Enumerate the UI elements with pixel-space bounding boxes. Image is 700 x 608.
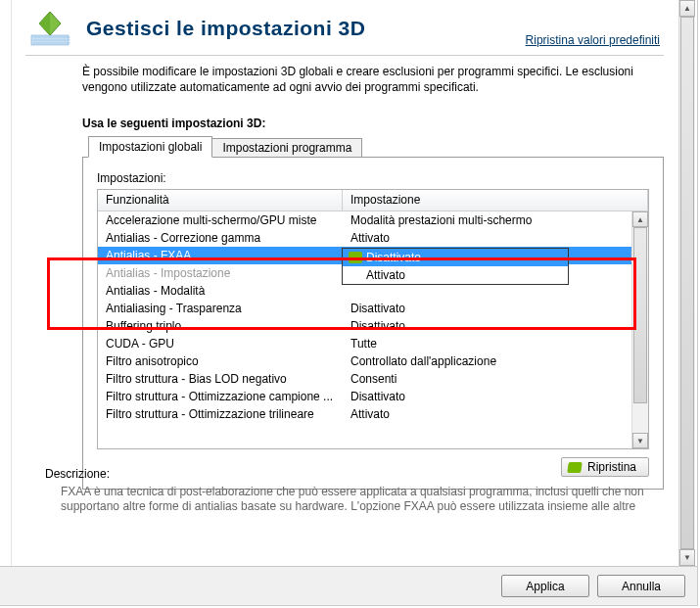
- cell-setting: Attivato: [343, 231, 648, 245]
- cell-feature: CUDA - GPU: [98, 337, 343, 351]
- cell-feature: Antialias - Modalità: [98, 284, 343, 298]
- fxaa-dropdown[interactable]: Disattivato Attivato: [342, 248, 569, 285]
- page-title: Gestisci le impostazioni 3D: [86, 17, 365, 40]
- scroll-up-icon[interactable]: ▲: [632, 211, 648, 227]
- restore-defaults-link[interactable]: Ripristina valori predefiniti: [526, 33, 660, 47]
- cell-setting: Controllato dall'applicazione: [343, 354, 648, 368]
- svg-marker-5: [39, 12, 50, 35]
- dropdown-option-disattivato[interactable]: Disattivato: [343, 249, 568, 266]
- scroll-thumb[interactable]: [680, 17, 694, 549]
- cell-feature: Filtro anisotropico: [98, 354, 343, 368]
- bottom-bar: Applica Annulla: [0, 566, 697, 605]
- table-row[interactable]: Filtro struttura - Bias LOD negativoCons…: [98, 370, 648, 388]
- scroll-down-icon[interactable]: ▼: [632, 433, 648, 448]
- cell-setting: Consenti: [343, 372, 648, 386]
- tab-global[interactable]: Impostazioni globali: [88, 136, 212, 158]
- settings-label: Impostazioni:: [97, 171, 649, 185]
- tab-panel-global: Impostazioni: Funzionalità Impostazione …: [82, 157, 664, 490]
- table-row[interactable]: CUDA - GPUTutte: [98, 335, 648, 352]
- cell-feature: Filtro struttura - Ottimizzazione trilin…: [98, 407, 343, 421]
- description-text: FXAA è una tecnica di post-elaborazione …: [61, 485, 652, 515]
- table-row[interactable]: Accelerazione multi-schermo/GPU misteMod…: [98, 211, 648, 229]
- cell-feature: Antialias - Correzione gamma: [98, 231, 343, 245]
- table-row[interactable]: Filtro anisotropicoControllato dall'appl…: [98, 352, 648, 370]
- col-header-setting[interactable]: Impostazione: [343, 190, 648, 210]
- intro-text: È possibile modificare le impostazioni 3…: [82, 64, 664, 95]
- cell-feature: Filtro struttura - Bias LOD negativo: [98, 372, 343, 386]
- col-header-feature[interactable]: Funzionalità: [98, 190, 343, 210]
- cell-feature: Accelerazione multi-schermo/GPU miste: [98, 213, 343, 227]
- scroll-thumb[interactable]: [633, 227, 647, 403]
- cell-feature: Filtro struttura - Ottimizzazione campio…: [98, 390, 343, 403]
- description-label: Descrizione:: [45, 467, 652, 481]
- table-row[interactable]: Antialiasing - TrasparenzaDisattivato: [98, 300, 648, 317]
- table-row[interactable]: Antialias - Correzione gammaAttivato: [98, 229, 648, 247]
- cancel-button[interactable]: Annulla: [597, 575, 685, 597]
- cell-feature: Buffering triplo: [98, 319, 343, 333]
- apply-button[interactable]: Applica: [501, 575, 589, 597]
- section-title: Usa le seguenti impostazioni 3D:: [82, 117, 664, 130]
- dropdown-option-attivato[interactable]: Attivato: [343, 266, 568, 284]
- table-row[interactable]: Filtro struttura - Ottimizzazione trilin…: [98, 405, 648, 423]
- cell-setting: Disattivato: [343, 390, 648, 403]
- scroll-up-icon[interactable]: ▲: [679, 0, 695, 17]
- nvidia-mark-icon: [349, 252, 362, 263]
- cell-setting: Disattivato: [343, 302, 648, 315]
- cell-feature: Antialias - FXAA: [98, 249, 343, 262]
- scroll-down-icon[interactable]: ▼: [679, 549, 695, 566]
- table-row[interactable]: Buffering triploDisattivato: [98, 317, 648, 335]
- icon-3d-settings: [25, 4, 74, 53]
- cell-feature: Antialias - Impostazione: [98, 266, 343, 280]
- cell-setting: Disattivato: [343, 319, 648, 333]
- panel-scrollbar[interactable]: ▲ ▼: [678, 0, 695, 566]
- cell-setting: Tutte: [343, 337, 648, 351]
- settings-grid: Funzionalità Impostazione Accelerazione …: [97, 189, 649, 449]
- cell-feature: Antialiasing - Trasparenza: [98, 302, 343, 315]
- tab-program[interactable]: Impostazioni programma: [211, 138, 362, 158]
- cell-setting: Modalità prestazioni multi-schermo: [343, 213, 648, 227]
- cell-setting: Attivato: [343, 407, 648, 421]
- grid-scrollbar[interactable]: ▲ ▼: [631, 211, 648, 448]
- table-row[interactable]: Filtro struttura - Ottimizzazione campio…: [98, 388, 648, 405]
